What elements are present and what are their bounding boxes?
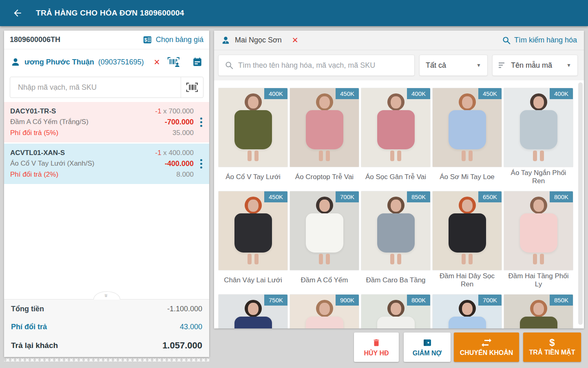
barcode-scan-icon[interactable] xyxy=(181,77,203,98)
product-card[interactable]: 400K Áo Sọc Gân Trễ Vai xyxy=(361,88,431,187)
back-arrow-icon[interactable] xyxy=(11,6,24,20)
item-menu-dots-icon[interactable] xyxy=(199,157,204,170)
svg-text:$: $ xyxy=(144,37,147,43)
item-sku: ACVTL01-XAN-S xyxy=(10,149,155,157)
product-name: Đầm Hai Dây Sọc Ren xyxy=(432,270,502,290)
product-photo: 700K xyxy=(290,191,359,270)
product-name: Chân Váy Lai Lưới xyxy=(218,270,288,290)
collapse-handle[interactable]: » xyxy=(93,291,120,299)
product-name: Đầm Hai Tầng Phối Ly xyxy=(504,270,573,290)
item-fee-label: Phí đổi trả (5%) xyxy=(10,129,155,137)
search-icon xyxy=(225,61,234,70)
product-card[interactable]: 450K Chân Váy Lai Lưới xyxy=(218,191,288,290)
sort-selected: Tên mẫu mã xyxy=(511,61,552,70)
filter-row: Tất cả ▼ Tên mẫu mã ▼ xyxy=(214,50,584,80)
product-name: Đầm A Cổ Yếm xyxy=(290,270,359,290)
item-unit-price: x 400.000 xyxy=(161,149,194,157)
total-value: -1.100.000 xyxy=(167,305,202,313)
product-card[interactable]: 850K Đầm Caro Ba Tầng xyxy=(361,191,431,290)
grid-scrollbar[interactable] xyxy=(578,82,583,325)
remove-salesperson-icon[interactable]: ✕ xyxy=(292,36,298,44)
customer-name[interactable]: ương Phước Thuận xyxy=(24,58,94,67)
price-badge: 800K xyxy=(407,295,430,306)
calendar-icon[interactable] xyxy=(192,57,203,67)
cancel-invoice-button[interactable]: HỦY HĐ xyxy=(354,333,399,362)
return-code: 1809600006TH xyxy=(10,35,60,44)
return-item-row[interactable]: ACVTL01-XAN-S -1 x 400.000 Áo Cổ V Tay L… xyxy=(4,144,209,184)
choose-pricebook-label: Chọn bảng giá xyxy=(156,35,203,44)
price-badge: 900K xyxy=(336,295,359,306)
total-label: Tổng tiền xyxy=(11,305,44,313)
customer-icon xyxy=(11,57,20,67)
return-item-row[interactable]: DACY01-TR-S -1 x 700.000 Đầm A Cổ Yếm (T… xyxy=(4,102,209,142)
price-badge: 450K xyxy=(478,88,502,99)
page-title: TRẢ HÀNG CHO HÓA ĐƠN 1809600004 xyxy=(36,9,184,18)
category-dropdown[interactable]: Tất cả ▼ xyxy=(419,55,488,76)
product-card[interactable]: 700K Đầm A Cổ Yếm xyxy=(290,191,359,290)
product-grid: 400K Áo Cổ V Tay Lưới 450K Áo Croptop Tr… xyxy=(214,80,584,328)
sort-dropdown[interactable]: Tên mẫu mã ▼ xyxy=(492,55,578,76)
item-fee-amount: 35.000 xyxy=(155,129,194,137)
remove-customer-icon[interactable]: ✕ xyxy=(154,58,160,66)
cash-refund-label: TRẢ TIỀN MẶT xyxy=(529,349,575,356)
scan-customer-icon[interactable] xyxy=(167,57,180,68)
product-card[interactable]: 450K Áo Croptop Trễ Vai xyxy=(290,88,359,187)
item-amount: -700.000 xyxy=(155,118,194,126)
barcode-input-row xyxy=(10,77,203,98)
fee-label[interactable]: Phí đổi trả xyxy=(11,323,47,331)
product-name: Áo Tay Ngắn Phối Ren xyxy=(504,167,573,187)
price-badge: 450K xyxy=(264,191,287,202)
product-photo: 800K xyxy=(361,294,431,328)
product-card[interactable]: 900K xyxy=(290,294,359,328)
product-card[interactable]: 650K Đầm Hai Dây Sọc Ren xyxy=(432,191,502,290)
product-card[interactable]: 750K xyxy=(218,294,288,328)
item-amount: -400.000 xyxy=(155,160,194,168)
bank-transfer-button[interactable]: CHUYỂN KHOẢN xyxy=(454,333,519,362)
reduce-debt-button[interactable]: GIẢM NỢ xyxy=(404,333,451,362)
search-products-link[interactable]: Tìm kiếm hàng hóa xyxy=(502,36,577,45)
product-photo: 400K xyxy=(504,88,573,167)
product-photo: 850K xyxy=(504,294,573,328)
product-name: Đầm Caro Ba Tầng xyxy=(361,270,431,290)
product-card[interactable]: 800K xyxy=(361,294,431,328)
item-unit-price: x 700.000 xyxy=(161,107,194,115)
item-qty: -1 xyxy=(155,107,161,115)
bank-transfer-label: CHUYỂN KHOẢN xyxy=(460,349,513,357)
price-badge: 400K xyxy=(264,88,287,99)
wallet-icon xyxy=(422,338,432,348)
pricebook-icon: $ xyxy=(143,35,152,44)
item-menu-dots-icon[interactable] xyxy=(199,116,204,129)
cash-refund-button[interactable]: $ TRẢ TIỀN MẶT xyxy=(523,333,581,362)
customer-phone: (0903751695) xyxy=(98,58,144,67)
product-card[interactable]: 850K xyxy=(504,294,573,328)
chevron-down-icon: ▼ xyxy=(476,62,481,68)
barcode-input[interactable] xyxy=(10,77,181,98)
product-name: Áo Croptop Trễ Vai xyxy=(290,167,359,187)
item-qty: -1 xyxy=(155,149,161,157)
return-panel: 1809600006TH $ Chọn bảng giá ương Phước … xyxy=(4,31,209,357)
salesperson-name[interactable]: Mai Ngọc Sơn xyxy=(235,36,282,44)
product-card[interactable]: 700K xyxy=(432,294,502,328)
chevron-down-icon: » xyxy=(104,294,110,297)
reduce-debt-label: GIẢM NỢ xyxy=(413,350,442,357)
product-card[interactable]: 800K Đầm Hai Tầng Phối Ly xyxy=(504,191,573,290)
return-summary: » Tổng tiền -1.100.000 Phí đổi trả 43.00… xyxy=(4,299,209,357)
search-products-label: Tìm kiếm hàng hóa xyxy=(514,36,577,44)
search-icon xyxy=(502,36,511,45)
top-bar: TRẢ HÀNG CHO HÓA ĐƠN 1809600004 xyxy=(0,0,588,26)
choose-pricebook-button[interactable]: $ Chọn bảng giá xyxy=(143,35,203,44)
cancel-invoice-label: HỦY HĐ xyxy=(364,350,389,357)
item-sku: DACY01-TR-S xyxy=(10,107,155,115)
product-card[interactable]: 400K Áo Tay Ngắn Phối Ren xyxy=(504,88,573,187)
product-photo: 800K xyxy=(504,191,573,270)
product-name: Áo Sọc Gân Trễ Vai xyxy=(361,167,431,187)
price-badge: 850K xyxy=(550,295,573,306)
fee-value[interactable]: 43.000 xyxy=(180,323,202,331)
product-card[interactable]: 400K Áo Cổ V Tay Lưới xyxy=(218,88,288,187)
product-card[interactable]: 450K Áo Sơ Mi Tay Loe xyxy=(432,88,502,187)
return-panel-header: 1809600006TH $ Chọn bảng giá xyxy=(4,31,209,49)
product-search-input[interactable] xyxy=(238,61,408,70)
catalog-panel: Mai Ngọc Sơn ✕ Tìm kiếm hàng hóa Tất cả … xyxy=(214,31,584,328)
product-photo: 850K xyxy=(361,191,431,270)
price-badge: 400K xyxy=(407,88,430,99)
